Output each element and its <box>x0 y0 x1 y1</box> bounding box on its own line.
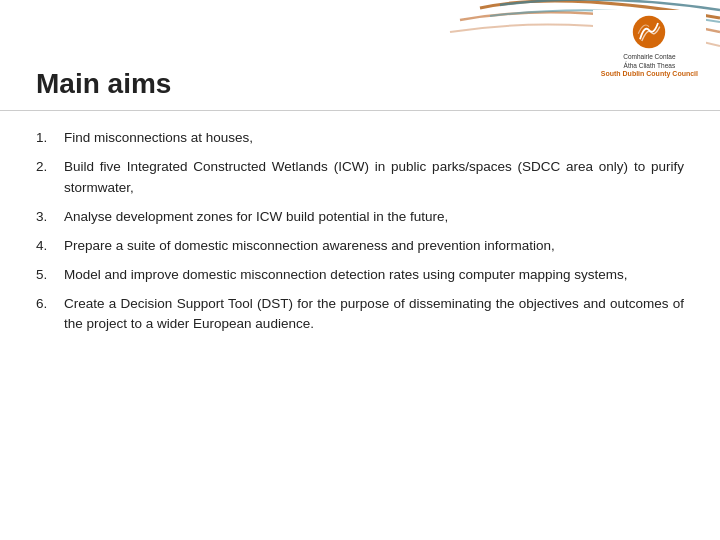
list-text-3: Analyse development zones for ICW build … <box>64 207 684 228</box>
logo-text-line2: Átha Cliath Theas <box>624 61 676 70</box>
list-number-6: 6. <box>36 294 64 336</box>
logo-area: Comhairle Contae Átha Cliath Theas South… <box>593 10 706 81</box>
logo-text-line1: Comhairle Contae <box>623 52 675 61</box>
list-item: 2. Build five Integrated Constructed Wet… <box>36 157 684 199</box>
list-item: 1. Find misconnections at houses, <box>36 128 684 149</box>
list-text-6: Create a Decision Support Tool (DST) for… <box>64 294 684 336</box>
list-number-5: 5. <box>36 265 64 286</box>
content-list: 1. Find misconnections at houses, 2. Bui… <box>36 128 684 343</box>
list-item: 6. Create a Decision Support Tool (DST) … <box>36 294 684 336</box>
list-number-3: 3. <box>36 207 64 228</box>
list-text-2: Build five Integrated Constructed Wetlan… <box>64 157 684 199</box>
list-number-4: 4. <box>36 236 64 257</box>
slide: Comhairle Contae Átha Cliath Theas South… <box>0 0 720 540</box>
list-text-4: Prepare a suite of domestic misconnectio… <box>64 236 684 257</box>
council-emblem <box>631 14 667 50</box>
list-item: 4. Prepare a suite of domestic misconnec… <box>36 236 684 257</box>
list-item: 3. Analyse development zones for ICW bui… <box>36 207 684 228</box>
list-number-1: 1. <box>36 128 64 149</box>
list-text-5: Model and improve domestic misconnection… <box>64 265 684 286</box>
list-number-2: 2. <box>36 157 64 199</box>
slide-title: Main aims <box>36 68 171 100</box>
logo-text-line3: South Dublin County Council <box>601 70 698 77</box>
list-item: 5. Model and improve domestic misconnect… <box>36 265 684 286</box>
svg-point-0 <box>633 16 665 48</box>
title-divider <box>0 110 720 111</box>
list-text-1: Find misconnections at houses, <box>64 128 684 149</box>
